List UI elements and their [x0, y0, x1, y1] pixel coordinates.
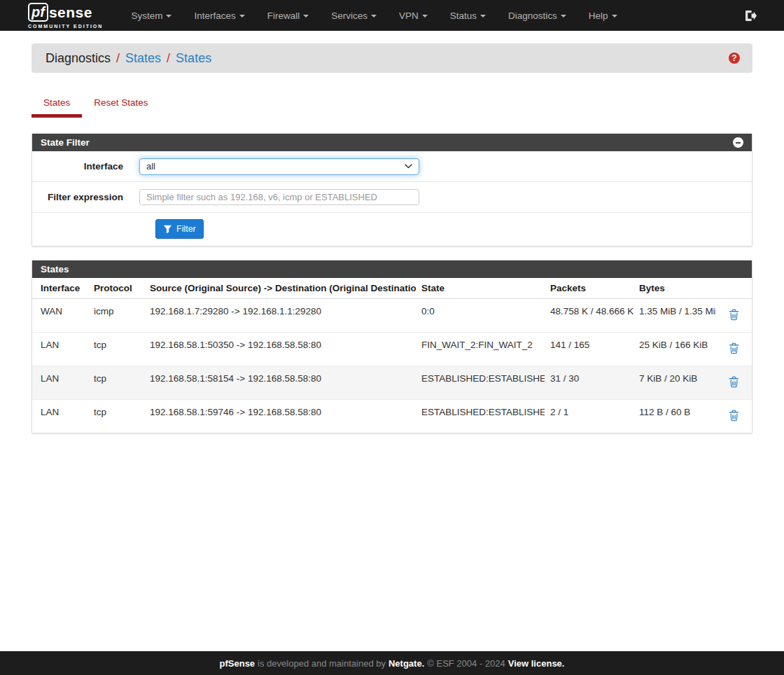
breadcrumb-separator: /: [116, 51, 120, 66]
cell-actions: [716, 400, 752, 433]
page-tabs: States Reset States: [31, 92, 752, 118]
caret-down-icon: [480, 15, 486, 18]
footer-license-link[interactable]: View license.: [508, 658, 565, 669]
help-icon[interactable]: ?: [729, 53, 740, 64]
footer-copyright: © ESF 2004 - 2024: [427, 658, 505, 669]
cell-actions: [716, 333, 752, 366]
breadcrumb-separator: /: [167, 51, 170, 66]
nav-item-help[interactable]: Help: [578, 2, 629, 29]
state-filter-panel-header: State Filter: [32, 134, 752, 151]
table-header-row: Interface Protocol Source (Original Sour…: [32, 278, 752, 299]
col-bytes: Bytes: [634, 278, 716, 299]
main-menu: System Interfaces Firewall Services VPN …: [120, 2, 628, 29]
cell-state: ESTABLISHED:ESTABLISHED: [416, 366, 545, 400]
filter-button-label: Filter: [176, 224, 196, 234]
cell-bytes: 7 KiB / 20 KiB: [634, 366, 716, 400]
cell-protocol: tcp: [88, 333, 144, 366]
nav-item-label: Diagnostics: [508, 11, 557, 21]
breadcrumb-link-states[interactable]: States: [125, 51, 161, 66]
caret-down-icon: [166, 15, 172, 18]
cell-actions: [716, 299, 752, 333]
delete-state-button[interactable]: [727, 375, 741, 391]
nav-item-system[interactable]: System: [120, 2, 183, 29]
caret-down-icon: [371, 15, 377, 18]
cell-bytes: 112 B / 60 B: [634, 400, 716, 433]
nav-item-label: Status: [450, 11, 477, 21]
cell-source-destination: 192.168.58.1:50350 -> 192.168.58.58:80: [144, 333, 416, 366]
nav-item-diagnostics[interactable]: Diagnostics: [497, 2, 578, 29]
delete-state-button[interactable]: [727, 341, 741, 358]
breadcrumb-link-states-page[interactable]: States: [176, 51, 211, 66]
tab-reset-states[interactable]: Reset States: [82, 92, 160, 118]
footer-text: is developed and maintained by: [258, 658, 386, 669]
nav-item-firewall[interactable]: Firewall: [256, 2, 321, 29]
panel-title: State Filter: [41, 137, 90, 148]
interface-label: Interface: [32, 161, 139, 172]
col-packets: Packets: [545, 278, 634, 299]
nav-item-label: VPN: [399, 11, 419, 21]
nav-item-label: System: [131, 11, 162, 21]
nav-item-label: Services: [331, 11, 368, 21]
cell-interface: WAN: [32, 299, 88, 333]
caret-down-icon: [239, 15, 245, 18]
page-content: Diagnostics / States / States ? States R…: [31, 31, 752, 651]
cell-packets: 141 / 165: [545, 333, 634, 366]
table-row: LAN tcp 192.168.58.1:59746 -> 192.168.58…: [32, 400, 752, 433]
interface-select[interactable]: all: [139, 158, 419, 175]
collapse-panel-icon[interactable]: [733, 137, 743, 148]
chevron-down-icon: [405, 164, 412, 169]
cell-source-destination: 192.168.1.7:29280 -> 192.168.1.1:29280: [144, 299, 416, 333]
caret-down-icon: [612, 15, 617, 18]
states-table: Interface Protocol Source (Original Sour…: [32, 278, 752, 433]
footer-netgate-link[interactable]: Netgate.: [388, 658, 424, 669]
panel-title: States: [41, 264, 69, 274]
nav-item-vpn[interactable]: VPN: [388, 2, 439, 29]
delete-state-button[interactable]: [727, 307, 741, 324]
filter-expression-input[interactable]: [139, 189, 419, 205]
cell-interface: LAN: [32, 366, 88, 400]
logout-button[interactable]: [744, 10, 757, 22]
states-panel-header: States: [32, 260, 752, 278]
pfsense-logo-edition: COMMUNITY EDITION: [28, 24, 103, 29]
state-filter-panel-body: Interface all Filter expression Filter: [32, 151, 752, 246]
nav-item-label: Firewall: [267, 11, 300, 21]
cell-state: FIN_WAIT_2:FIN_WAIT_2: [416, 333, 545, 366]
cell-interface: LAN: [32, 400, 88, 433]
trash-icon: [729, 376, 739, 388]
interface-select-value: all: [146, 161, 155, 172]
nav-item-status[interactable]: Status: [439, 2, 497, 29]
trash-icon: [729, 309, 739, 321]
delete-state-button[interactable]: [727, 408, 741, 425]
col-actions: [716, 278, 752, 299]
pfsense-logo-text: pfsense: [28, 3, 103, 22]
table-row: LAN tcp 192.168.58.1:58154 -> 192.168.58…: [32, 366, 752, 400]
footer-brand: pfSense: [220, 658, 255, 669]
breadcrumb-section: Diagnostics: [46, 51, 111, 66]
cell-packets: 31 / 30: [545, 366, 634, 400]
cell-bytes: 25 KiB / 166 KiB: [634, 333, 716, 366]
cell-packets: 2 / 1: [545, 400, 634, 433]
cell-protocol: tcp: [88, 366, 144, 400]
nav-item-services[interactable]: Services: [320, 2, 388, 29]
state-filter-panel: State Filter Interface all Filter expres…: [31, 133, 752, 246]
pfsense-logo-sense: sense: [49, 5, 92, 20]
cell-protocol: tcp: [88, 400, 144, 433]
filter-expression-label: Filter expression: [32, 192, 139, 202]
filter-expression-form-row: Filter expression: [32, 182, 752, 213]
cell-source-destination: 192.168.58.1:59746 -> 192.168.58.58:80: [144, 400, 416, 433]
filter-button-row: Filter: [32, 213, 752, 246]
nav-item-interfaces[interactable]: Interfaces: [183, 2, 255, 29]
top-navbar: pfsense COMMUNITY EDITION System Interfa…: [0, 0, 784, 31]
pfsense-logo[interactable]: pfsense COMMUNITY EDITION: [28, 3, 103, 29]
cell-packets: 48.758 K / 48.666 K: [545, 299, 634, 333]
trash-icon: [729, 342, 739, 354]
cell-state: 0:0: [416, 299, 545, 333]
tab-states[interactable]: States: [31, 92, 82, 118]
interface-form-row: Interface all: [32, 151, 752, 182]
table-row: LAN tcp 192.168.58.1:50350 -> 192.168.58…: [32, 333, 752, 366]
col-state: State: [416, 278, 545, 299]
col-interface: Interface: [32, 278, 88, 299]
cell-protocol: icmp: [88, 299, 144, 333]
cell-state: ESTABLISHED:ESTABLISHED: [416, 400, 545, 433]
filter-button[interactable]: Filter: [155, 219, 204, 239]
